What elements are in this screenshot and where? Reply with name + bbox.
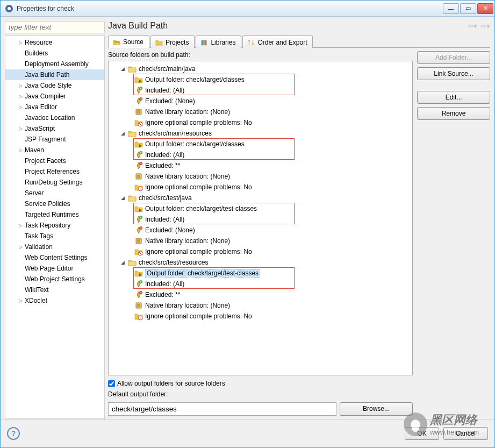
property-label: Native library location: (None)	[145, 237, 230, 245]
sidebar-item[interactable]: ▷Project Facets	[5, 155, 104, 166]
sidebar-item[interactable]: ▷Service Policies	[5, 198, 104, 209]
sidebar-item-label: Project References	[25, 168, 80, 175]
sidebar-item[interactable]: ▷Resource	[5, 37, 104, 48]
sidebar-item-label: Targeted Runtimes	[25, 211, 79, 218]
source-folder-property[interactable]: Native library location: (None)	[109, 171, 412, 182]
source-folder-property[interactable]: Ignore optional compile problems: No	[109, 311, 412, 322]
sidebar-item[interactable]: ▷Task Repository	[5, 220, 104, 231]
source-folder-property[interactable]: Output folder: check/target/classes	[109, 74, 412, 85]
sidebar-item[interactable]: ▷Java Code Style	[5, 80, 104, 91]
source-folder-property[interactable]: Ignore optional compile problems: No	[109, 117, 412, 128]
source-folder-property[interactable]: Included: (All)	[109, 150, 412, 160]
source-folder[interactable]: ◢check/src/main/java	[109, 63, 412, 74]
source-folder-property[interactable]: Native library location: (None)	[109, 300, 412, 311]
default-output-input[interactable]	[108, 402, 336, 416]
link-source-button[interactable]: Link Source...	[417, 67, 490, 80]
close-button[interactable]: ✕	[477, 3, 493, 14]
tab[interactable]: Projects	[150, 35, 195, 48]
sidebar-item-label: Maven	[25, 146, 44, 154]
tab-label: Projects	[166, 39, 189, 46]
sidebar-item[interactable]: ▷Run/Debug Settings	[5, 177, 104, 188]
property-label: Ignore optional compile problems: No	[145, 248, 252, 255]
source-folder-property[interactable]: Native library location: (None)	[109, 236, 412, 246]
sidebar-item[interactable]: ▷Builders	[5, 48, 104, 59]
expand-icon: ▷	[17, 223, 24, 228]
source-folder-property[interactable]: Included: (All)	[109, 279, 412, 289]
source-folder-property[interactable]: Output folder: check/target/classes	[109, 139, 412, 150]
sidebar-item-label: Task Repository	[25, 222, 70, 229]
app-icon	[5, 4, 13, 13]
sidebar-item[interactable]: ▷JavaScript	[5, 123, 104, 134]
svg-rect-10	[128, 132, 136, 137]
sidebar-item[interactable]: ▷Maven	[5, 145, 104, 155]
source-folder[interactable]: ◢check/src/test/resources	[109, 257, 412, 268]
tab[interactable]: Order and Export	[242, 35, 313, 48]
tab[interactable]: Source	[108, 35, 149, 48]
sidebar-item[interactable]: ▷Server	[5, 188, 104, 198]
sidebar-item-label: JavaScript	[25, 125, 55, 132]
filter-input[interactable]	[5, 21, 105, 33]
sidebar-item[interactable]: ▷Java Editor	[5, 102, 104, 112]
source-folder[interactable]: ◢check/src/test/java	[109, 193, 412, 203]
sidebar-item[interactable]: ▷Web Project Settings	[5, 274, 104, 285]
expand-icon: ▷	[17, 104, 24, 110]
remove-button[interactable]: Remove	[417, 107, 490, 120]
browse-button[interactable]: Browse...	[340, 402, 413, 416]
folder-path: check/src/main/java	[139, 65, 195, 73]
source-folder-property[interactable]: Excluded: (None)	[109, 96, 412, 106]
sidebar-item-label: Validation	[25, 243, 53, 251]
allow-output-checkbox[interactable]	[108, 380, 115, 387]
ok-button[interactable]: OK	[405, 427, 439, 440]
expand-icon: ▷	[17, 94, 24, 99]
add-folder-button[interactable]: Add Folder...	[417, 51, 490, 64]
sidebar-item-label: Javadoc Location	[25, 114, 75, 122]
property-label: Excluded: **	[145, 291, 180, 298]
sidebar-item-label: Run/Debug Settings	[25, 179, 82, 186]
minimize-button[interactable]: —	[443, 3, 459, 14]
source-label: Source folders on build path:	[108, 51, 413, 59]
source-folder-property[interactable]: Included: (All)	[109, 214, 412, 225]
sidebar-item[interactable]: ▷Javadoc Location	[5, 112, 104, 123]
source-folder[interactable]: ◢check/src/main/resources	[109, 128, 412, 139]
sidebar-item[interactable]: ▷WikiText	[5, 285, 104, 295]
source-folder-property[interactable]: Excluded: (None)	[109, 225, 412, 236]
sidebar-item[interactable]: ▷Web Content Settings	[5, 252, 104, 263]
tab-label: Order and Export	[257, 39, 307, 46]
property-label: Native library location: (None)	[145, 108, 230, 116]
source-tree[interactable]: ◢check/src/main/javaOutput folder: check…	[108, 61, 413, 375]
tab[interactable]: Libraries	[196, 35, 241, 48]
sidebar-item[interactable]: ▷XDoclet	[5, 295, 104, 306]
sidebar-item[interactable]: ▷Deployment Assembly	[5, 59, 104, 69]
sidebar-item[interactable]: ▷Targeted Runtimes	[5, 209, 104, 220]
svg-rect-4	[205, 40, 207, 45]
category-tree[interactable]: ▷Resource▷Builders▷Deployment Assembly▷J…	[5, 35, 105, 419]
sidebar-item[interactable]: ▷Java Compiler	[5, 91, 104, 102]
sidebar-item[interactable]: ▷JSP Fragment	[5, 134, 104, 145]
sidebar-item-label: Web Content Settings	[25, 254, 88, 261]
sidebar-item[interactable]: ▷Java Build Path	[5, 69, 104, 80]
page-title: Java Build Path	[108, 21, 468, 31]
sidebar-item[interactable]: ▷Project References	[5, 166, 104, 177]
cancel-button[interactable]: Cancel	[443, 427, 488, 440]
source-folder-property[interactable]: Excluded: **	[109, 160, 412, 171]
source-folder-property[interactable]: Ignore optional compile problems: No	[109, 182, 412, 193]
sidebar-item[interactable]: ▷Task Tags	[5, 231, 104, 241]
svg-point-1	[8, 7, 11, 10]
expand-icon: ▷	[17, 298, 24, 303]
sidebar-item-label: Service Policies	[25, 200, 70, 208]
edit-button[interactable]: Edit...	[417, 91, 490, 104]
source-folder-property[interactable]: Included: (All)	[109, 85, 412, 96]
source-folder-property[interactable]: Output folder: check/target/test-classes	[109, 268, 412, 279]
source-folder-property[interactable]: Native library location: (None)	[109, 106, 412, 117]
source-folder-property[interactable]: Excluded: **	[109, 289, 412, 300]
source-folder-property[interactable]: Output folder: check/target/test-classes	[109, 203, 412, 214]
sidebar-item[interactable]: ▷Validation	[5, 241, 104, 252]
help-icon[interactable]: ?	[7, 427, 20, 440]
sidebar-item[interactable]: ▷Web Page Editor	[5, 263, 104, 274]
forward-icon[interactable]: ⇨▾	[480, 22, 490, 30]
maximize-button[interactable]: ▭	[460, 3, 476, 14]
back-icon[interactable]: ⇦▾	[468, 22, 477, 30]
sidebar-item-label: Java Compiler	[25, 93, 66, 100]
expand-icon: ▷	[17, 126, 24, 131]
source-folder-property[interactable]: Ignore optional compile problems: No	[109, 246, 412, 257]
